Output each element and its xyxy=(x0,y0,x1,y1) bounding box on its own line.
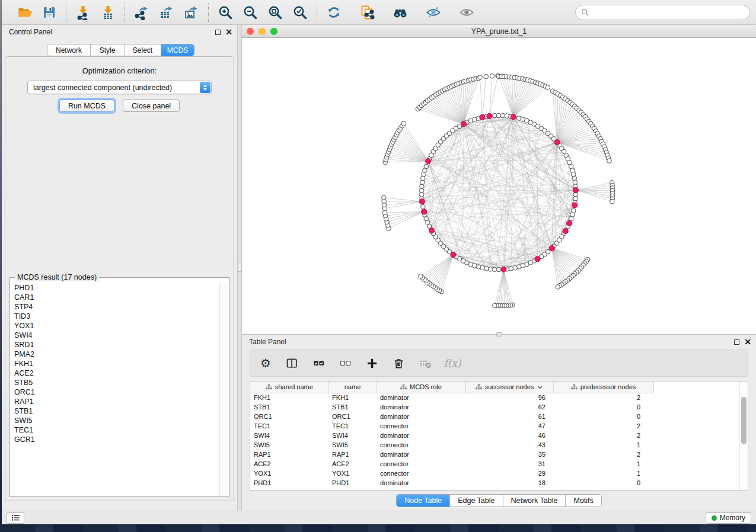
columns-icon[interactable] xyxy=(285,356,299,370)
vertical-splitter[interactable] xyxy=(237,25,242,511)
network-node[interactable] xyxy=(572,172,576,177)
network-leaf-node[interactable] xyxy=(478,75,483,80)
column-header[interactable]: successor nodes xyxy=(465,382,553,393)
network-node[interactable] xyxy=(573,197,578,201)
task-history-button[interactable] xyxy=(7,512,24,524)
save-icon[interactable] xyxy=(41,4,58,21)
tab-style[interactable]: Style xyxy=(91,44,125,56)
mcds-result-item[interactable]: CAR1 xyxy=(14,293,219,302)
zoom-out-icon[interactable] xyxy=(242,4,259,21)
network-leaf-node[interactable] xyxy=(556,285,560,290)
mcds-hub-node[interactable] xyxy=(422,209,427,214)
column-header[interactable]: shared name xyxy=(250,382,328,393)
close-table-panel-icon[interactable]: ✕ xyxy=(744,338,751,346)
network-node[interactable] xyxy=(424,164,429,169)
column-header[interactable]: MCDS role xyxy=(377,382,465,393)
mcds-hub-node[interactable] xyxy=(429,228,434,233)
mcds-hub-node[interactable] xyxy=(511,114,516,120)
network-node[interactable] xyxy=(509,267,513,271)
select-all-icon[interactable] xyxy=(312,356,326,370)
mcds-result-item[interactable]: YOX1 xyxy=(14,321,219,331)
network-node[interactable] xyxy=(420,184,425,189)
search-binoculars-icon[interactable] xyxy=(392,4,409,21)
network-leaf-node[interactable] xyxy=(382,210,387,215)
network-node[interactable] xyxy=(492,113,497,118)
import-table-icon[interactable] xyxy=(100,4,116,21)
network-node[interactable] xyxy=(484,267,489,271)
deselect-icon[interactable] xyxy=(339,356,353,370)
mcds-result-item[interactable]: STB5 xyxy=(14,378,219,387)
mcds-result-scrollbar[interactable] xyxy=(219,283,228,496)
mcds-hub-node[interactable] xyxy=(549,245,554,251)
mcds-hub-node[interactable] xyxy=(572,203,578,208)
vertical-splitter-handle[interactable] xyxy=(238,264,241,272)
optimization-criterion-dropdown[interactable]: largest connected component (undirected) xyxy=(27,81,212,94)
network-leaf-node[interactable] xyxy=(401,121,406,126)
mcds-hub-node[interactable] xyxy=(554,140,560,145)
trash-icon[interactable] xyxy=(392,356,406,370)
table-row[interactable]: RAP1RAP1dominator 352 xyxy=(250,450,739,459)
network-canvas[interactable] xyxy=(242,38,756,334)
mcds-result-item[interactable]: STB1 xyxy=(14,406,219,416)
column-header[interactable]: predecessor nodes xyxy=(553,382,653,393)
mcds-hub-node[interactable] xyxy=(426,159,431,164)
search-box[interactable] xyxy=(575,5,750,20)
tab-mcds[interactable]: MCDS xyxy=(161,44,194,56)
mcds-result-item[interactable]: STP4 xyxy=(14,302,219,312)
network-graph[interactable] xyxy=(242,38,756,334)
hide-graphics-icon[interactable] xyxy=(425,4,442,21)
tab-edge-table[interactable]: Edge Table xyxy=(450,495,503,507)
mcds-hub-node[interactable] xyxy=(535,257,540,262)
column-header[interactable]: name xyxy=(328,382,377,393)
search-input[interactable] xyxy=(592,8,744,17)
network-node[interactable] xyxy=(572,176,577,181)
table-row[interactable]: FKH1FKH1dominator 962 xyxy=(250,393,739,402)
network-node[interactable] xyxy=(505,114,509,118)
memory-button[interactable]: Memory xyxy=(706,512,751,524)
mcds-result-item[interactable]: ACE2 xyxy=(14,368,219,378)
mcds-hub-node[interactable] xyxy=(567,220,572,226)
network-leaf-node[interactable] xyxy=(381,196,386,200)
network-leaf-node[interactable] xyxy=(493,303,497,308)
tab-node-table[interactable]: Node Table xyxy=(397,495,450,507)
table-row[interactable]: SWI4SWI4dominator 462 xyxy=(250,431,739,440)
open-folder-icon[interactable] xyxy=(16,4,33,21)
network-node[interactable] xyxy=(421,176,426,181)
mcds-result-item[interactable]: FKH1 xyxy=(14,359,219,368)
close-panel-button[interactable]: Close panel xyxy=(123,100,180,112)
table-row[interactable]: ORC1ORC1dominator 610 xyxy=(250,412,739,421)
table-row[interactable]: YOX1YOX1connector 291 xyxy=(250,469,739,478)
mcds-result-item[interactable]: TEC1 xyxy=(14,425,219,435)
mcds-result-item[interactable]: SRD1 xyxy=(14,340,219,350)
float-table-panel-icon[interactable] xyxy=(734,339,739,345)
mcds-hub-node[interactable] xyxy=(487,113,492,118)
mcds-result-item[interactable]: RAP1 xyxy=(14,397,219,406)
table-scrollbar-thumb[interactable] xyxy=(741,397,747,444)
add-icon[interactable] xyxy=(365,356,379,370)
gear-icon[interactable]: ⚙ xyxy=(259,356,273,370)
network-leaf-node[interactable] xyxy=(419,274,423,278)
network-leaf-node[interactable] xyxy=(607,159,612,164)
export-image-icon[interactable] xyxy=(183,4,200,21)
network-node[interactable] xyxy=(492,267,497,272)
export-table-icon[interactable] xyxy=(158,4,175,21)
import-network-icon[interactable] xyxy=(75,4,91,21)
network-node[interactable] xyxy=(573,180,578,185)
run-mcds-button[interactable]: Run MCDS xyxy=(59,100,114,112)
network-leaf-node[interactable] xyxy=(610,199,615,204)
export-network-icon[interactable] xyxy=(133,4,150,21)
float-panel-icon[interactable] xyxy=(215,30,221,35)
tab-select[interactable]: Select xyxy=(125,44,161,56)
close-panel-icon[interactable]: ✕ xyxy=(225,28,232,36)
table-row[interactable]: ACE2ACE2connector 311 xyxy=(250,459,739,469)
mcds-hub-node[interactable] xyxy=(480,114,485,120)
mcds-result-item[interactable]: ORC1 xyxy=(14,387,219,397)
table-row[interactable]: TEC1TEC1connector 472 xyxy=(250,421,739,431)
tab-network-table[interactable]: Network Table xyxy=(503,495,566,507)
table-row[interactable]: STB1STB1dominator 620 xyxy=(250,402,739,412)
zoom-in-icon[interactable] xyxy=(217,4,234,21)
mcds-result-item[interactable]: PHD1 xyxy=(14,283,219,293)
mcds-hub-node[interactable] xyxy=(573,187,578,193)
zoom-fit-icon[interactable] xyxy=(267,4,283,21)
network-node[interactable] xyxy=(500,113,505,118)
